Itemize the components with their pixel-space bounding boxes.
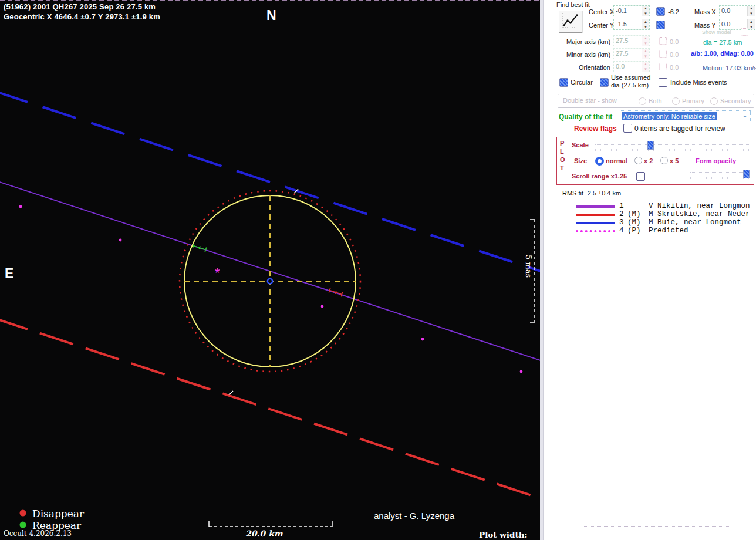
fit-control-panel: Find best fit Center X -0.1 ▲▼ -6.2 Mass… (544, 0, 756, 540)
mass-y-value: 0.0 (721, 21, 730, 28)
observer-row-2[interactable]: 2(M)M Skrutskie, near Neder (619, 210, 750, 218)
mass-y-input[interactable]: 0.0 ▲▼ (719, 19, 755, 30)
major-axis-input[interactable]: 27.5 ▲▼ (613, 35, 650, 46)
plot-width-label: Plot width: 87 km (479, 530, 540, 540)
double-star-secondary-label: Secondary (720, 97, 751, 104)
mas-scale-label: 5 mas (524, 255, 533, 278)
review-flags-checkbox[interactable] (623, 124, 632, 133)
center-y-input[interactable]: -1.5 ▲▼ (613, 19, 650, 30)
scale-slider-ticks (595, 149, 752, 151)
occultation-plot: (51962) 2001 QH267 2025 Sep 26 27.5 km G… (0, 0, 540, 540)
observer-4-name: Predicted (649, 227, 689, 235)
form-opacity-thumb[interactable] (743, 170, 750, 178)
review-flags-text: 0 items are tagged for review (635, 124, 725, 133)
disappear-marker[interactable] (329, 288, 342, 296)
quality-of-fit-selected: Astrometry only. No reliable size (622, 112, 717, 120)
major-axis-spinner[interactable]: ▲▼ (642, 36, 649, 46)
disappear-legend-dot (20, 510, 26, 517)
motion-text: Motion: 17.03 km/s (703, 65, 756, 72)
plot-title-line2: Geocentric X 4646.4 ±0.7 Y 2973.1 ±1.9 k… (4, 12, 160, 21)
minor-axis-spinner[interactable]: ▲▼ (642, 49, 649, 59)
separator-1 (556, 92, 753, 92)
observer-4-num: 4 (619, 227, 627, 235)
center-x-input[interactable]: -0.1 ▲▼ (613, 5, 650, 16)
double-star-both-radio[interactable] (639, 97, 646, 105)
orientation-spinner[interactable]: ▲▼ (642, 62, 649, 72)
scale-bar-label: 20.0 km (245, 529, 283, 538)
size-normal-label: normal (606, 157, 627, 164)
mass-x-input[interactable]: 0.0 ▲▼ (719, 5, 755, 16)
form-opacity-label: Form opacity (696, 157, 736, 164)
mass-y-spinner[interactable]: ▲▼ (747, 19, 755, 29)
observer-row-3[interactable]: 3(M)M Buie, near Longmont (619, 218, 741, 227)
chord-2-tick (229, 391, 233, 395)
include-miss-checkbox[interactable] (659, 78, 667, 87)
major-unc-checkbox[interactable] (659, 37, 667, 45)
use-assumed-dia-checkbox[interactable] (600, 78, 609, 87)
double-star-primary-radio[interactable] (672, 97, 680, 105)
double-star-primary-label: Primary (682, 97, 704, 104)
size-label: Size (574, 157, 587, 164)
center-y-spinner[interactable]: ▲▼ (642, 19, 649, 29)
observer-row-4[interactable]: 4(P)Predicted (619, 227, 689, 235)
mass-x-value: 0.0 (721, 7, 730, 14)
fit-x-checkbox[interactable] (656, 7, 665, 16)
quality-of-fit-dropdown[interactable]: Astrometry only. No reliable size ⌄ (620, 110, 751, 122)
minor-unc-checkbox[interactable] (659, 50, 667, 58)
minor-unc-value: 0.0 (670, 51, 679, 58)
observer-3-flag: (M) (627, 218, 649, 227)
show-model-checkbox[interactable] (741, 28, 748, 36)
scale-label: Scale (572, 141, 589, 148)
observer-listbox[interactable]: 1V Nikitin, near Longmon 2(M)M Skrutskie… (558, 200, 754, 531)
orientation-unc-checkbox[interactable] (659, 63, 667, 70)
double-star-both-label: Both (649, 97, 662, 104)
observer-2-flag: (M) (627, 210, 649, 218)
include-miss-label: Include Miss events (670, 79, 727, 86)
find-best-fit-label: Find best fit (556, 1, 590, 8)
fitted-center-marker (268, 279, 272, 284)
separator-2 (556, 134, 753, 134)
size-x5-label: x 5 (670, 157, 679, 164)
plot-title-line1: (51962) 2001 QH267 2025 Sep 26 27.5 km (4, 2, 156, 11)
size-normal-radio[interactable] (595, 157, 604, 166)
observer-3-num: 3 (619, 218, 627, 227)
plot-letter-t: T (560, 164, 564, 171)
chord-2-line[interactable] (0, 318, 540, 500)
scroll-range-label: Scroll range x1.25 (572, 173, 627, 180)
size-x2-radio[interactable] (635, 157, 642, 164)
major-unc-value: 0.0 (670, 38, 679, 45)
fit-chart-icon (559, 11, 580, 31)
east-label: E (5, 266, 14, 282)
observer-2-name: M Skrutskie, near Neder (649, 210, 750, 218)
size-x2-label: x 2 (644, 157, 653, 164)
fit-x-offset: -6.2 (668, 8, 679, 15)
find-best-fit-button[interactable] (559, 11, 582, 33)
circular-checkbox[interactable] (559, 78, 568, 87)
mass-x-spinner[interactable]: ▲▼ (747, 6, 755, 16)
show-model-label: Show model (702, 29, 731, 35)
scroll-range-checkbox[interactable] (636, 172, 645, 181)
use-assumed-dia-label1: Use assumed (611, 74, 650, 81)
observer-1-num: 1 (619, 202, 627, 210)
orientation-label: Orientation (579, 64, 610, 71)
use-assumed-dia-label2: dia (27.5 km) (611, 82, 649, 89)
scale-slider-track[interactable] (595, 144, 752, 145)
double-star-secondary-radio[interactable] (710, 97, 718, 105)
minor-axis-input[interactable]: 27.5 ▲▼ (613, 48, 650, 59)
rms-fit-text: RMS fit -2.5 ±0.4 km (562, 190, 621, 197)
minor-axis-value: 27.5 (616, 50, 628, 57)
fit-y-checkbox[interactable] (656, 21, 665, 29)
observer-4-line-sample (576, 230, 615, 232)
plot-letter-l: L (560, 148, 564, 155)
scale-slider-thumb[interactable] (647, 141, 654, 150)
plot-letter-p: P (560, 140, 564, 147)
observer-4-flag: (P) (627, 227, 649, 235)
center-x-spinner[interactable]: ▲▼ (642, 6, 649, 16)
observer-row-1[interactable]: 1V Nikitin, near Longmon (619, 202, 750, 210)
orientation-input[interactable]: 0.0 ▲▼ (613, 61, 650, 72)
mass-x-label: Mass X (694, 8, 716, 15)
size-x5-radio[interactable] (660, 157, 668, 164)
plot-canvas (0, 0, 540, 540)
reappear-marker[interactable] (193, 244, 206, 252)
observer-3-name: M Buie, near Longmont (649, 218, 741, 227)
